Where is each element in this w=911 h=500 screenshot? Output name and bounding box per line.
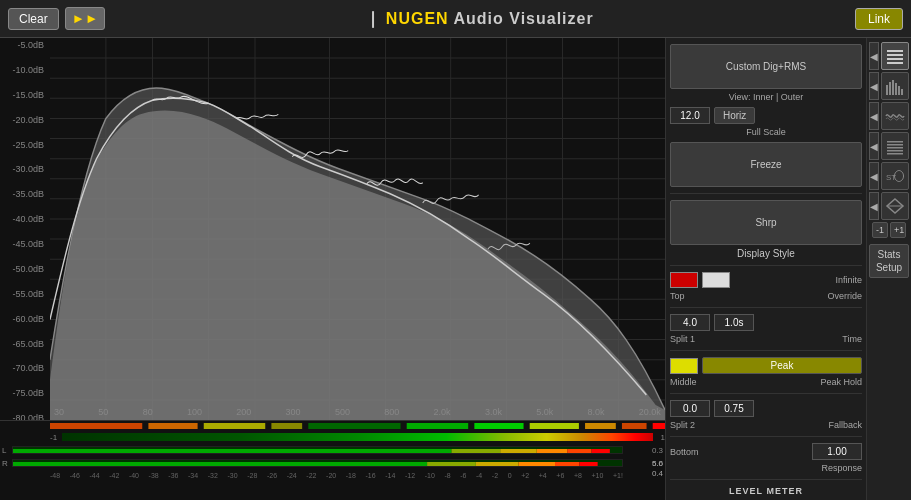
top-label: Top bbox=[670, 291, 685, 301]
scale-16: -16 bbox=[366, 472, 376, 479]
arrow-left-2[interactable]: ◀ bbox=[869, 72, 879, 100]
bottom-label: Bottom bbox=[670, 447, 699, 457]
top-white-swatch[interactable] bbox=[702, 272, 730, 288]
infinite-label: Infinite bbox=[734, 275, 862, 285]
divider1 bbox=[670, 193, 862, 194]
icon-row-7: -1 +1 bbox=[869, 222, 909, 238]
scale-0: 0 bbox=[508, 472, 512, 479]
top-override-labels: Top Override bbox=[670, 291, 862, 301]
icon-row-1: ◀ bbox=[869, 42, 909, 70]
link-button[interactable]: Link bbox=[855, 8, 903, 30]
split2-input[interactable] bbox=[670, 400, 710, 417]
plus1-button[interactable]: +1 bbox=[890, 222, 906, 238]
scale-36: -36 bbox=[168, 472, 178, 479]
svg-rect-45 bbox=[567, 449, 591, 454]
y-label-7: -40.0dB bbox=[2, 214, 48, 224]
icon-row-3: ◀ bbox=[869, 102, 909, 130]
response-input[interactable] bbox=[812, 443, 862, 460]
svg-rect-51 bbox=[518, 462, 555, 467]
x-label-12: 20.0k bbox=[639, 407, 661, 417]
svg-rect-29 bbox=[50, 423, 142, 429]
scale-40: -40 bbox=[129, 472, 139, 479]
scale-10: -10 bbox=[425, 472, 435, 479]
y-label-0: -5.0dB bbox=[2, 40, 48, 50]
peak-hold-label: Peak Hold bbox=[820, 377, 862, 387]
scale-48: -48 bbox=[50, 472, 60, 479]
r-label: R bbox=[2, 459, 10, 468]
svg-rect-35 bbox=[474, 423, 523, 429]
svg-rect-65 bbox=[887, 144, 903, 146]
split1-row bbox=[670, 314, 862, 331]
l-label: L bbox=[2, 446, 10, 455]
y-label-14: -75.0dB bbox=[2, 388, 48, 398]
time-input[interactable] bbox=[714, 314, 754, 331]
x-label-8: 2.0k bbox=[434, 407, 451, 417]
st-icon-btn[interactable]: ST bbox=[881, 162, 909, 190]
split2-row bbox=[670, 400, 862, 417]
forward-button[interactable]: ►► bbox=[65, 7, 105, 30]
svg-rect-67 bbox=[887, 150, 903, 152]
svg-rect-42 bbox=[451, 449, 500, 454]
divider5 bbox=[670, 393, 862, 394]
split2-fallback-labels: Split 2 Fallback bbox=[670, 420, 862, 430]
response-label: Response bbox=[670, 463, 862, 473]
scale-12: -12 bbox=[405, 472, 415, 479]
x-label-2: 80 bbox=[143, 407, 153, 417]
arrow-left-3[interactable]: ◀ bbox=[869, 102, 879, 130]
lines2-icon-btn[interactable] bbox=[881, 132, 909, 160]
x-axis-labels: 30 50 80 100 200 300 500 800 2.0k 3.0k 5… bbox=[50, 404, 665, 420]
spectrum-bars-icon-btn[interactable] bbox=[881, 72, 909, 100]
minus1-marker: -1 bbox=[50, 433, 57, 442]
spectrum-display bbox=[50, 38, 665, 420]
freeze-button[interactable]: Freeze bbox=[670, 142, 862, 187]
horiz-button[interactable]: Horiz bbox=[714, 107, 755, 124]
svg-rect-62 bbox=[898, 86, 900, 95]
split1-input[interactable] bbox=[670, 314, 710, 331]
spectrum-bars-icon bbox=[885, 77, 905, 95]
spectrum-svg bbox=[50, 38, 665, 420]
icon-row-5: ◀ ST bbox=[869, 162, 909, 190]
x-label-10: 5.0k bbox=[536, 407, 553, 417]
diamond-icon-btn[interactable] bbox=[881, 192, 909, 220]
fallback-input[interactable] bbox=[714, 400, 754, 417]
top-color-swatch[interactable] bbox=[670, 272, 698, 288]
fallback-label: Fallback bbox=[828, 420, 862, 430]
override-label: Override bbox=[827, 291, 862, 301]
clear-button[interactable]: Clear bbox=[8, 8, 59, 30]
display-mode-button[interactable]: Custom Dig+RMS bbox=[670, 44, 862, 89]
icons-panel: ◀ ◀ bbox=[866, 38, 911, 500]
scale-2: -2 bbox=[492, 472, 498, 479]
wave-icon-btn[interactable] bbox=[881, 102, 909, 130]
svg-rect-46 bbox=[592, 449, 610, 454]
arrow-left-5[interactable]: ◀ bbox=[869, 162, 879, 190]
y-label-8: -45.0dB bbox=[2, 239, 48, 249]
y-label-13: -70.0dB bbox=[2, 363, 48, 373]
shrp-button[interactable]: Shrp bbox=[670, 200, 862, 245]
x-label-9: 3.0k bbox=[485, 407, 502, 417]
scale-p1e: +1! bbox=[613, 472, 623, 479]
peak-button[interactable]: Peak bbox=[702, 357, 862, 374]
full-scale-input[interactable] bbox=[670, 107, 710, 124]
middle-color-swatch[interactable] bbox=[670, 358, 698, 374]
middle-peakhold-labels: Middle Peak Hold bbox=[670, 377, 862, 387]
lines-icon-btn[interactable] bbox=[881, 42, 909, 70]
top-bar: Clear ►► ❘ NUGEN Audio Visualizer Link bbox=[0, 0, 911, 38]
arrow-left-4[interactable]: ◀ bbox=[869, 132, 879, 160]
svg-rect-63 bbox=[901, 89, 903, 95]
main-area: -5.0dB -10.0dB -15.0dB -20.0dB -25.0dB -… bbox=[0, 38, 911, 500]
x-label-3: 100 bbox=[187, 407, 202, 417]
scale-p2: +2 bbox=[521, 472, 529, 479]
middle-label: Middle bbox=[670, 377, 697, 387]
x-label-6: 500 bbox=[335, 407, 350, 417]
scale-18: -18 bbox=[346, 472, 356, 479]
icon-row-4: ◀ bbox=[869, 132, 909, 160]
svg-rect-33 bbox=[308, 423, 400, 429]
stats-row: StatsSetup bbox=[869, 244, 909, 278]
minus1-button[interactable]: -1 bbox=[872, 222, 888, 238]
split2-label: Split 2 bbox=[670, 420, 695, 430]
arrow-left-1[interactable]: ◀ bbox=[869, 42, 879, 70]
svg-rect-55 bbox=[887, 54, 903, 56]
stats-setup-button[interactable]: StatsSetup bbox=[869, 244, 909, 278]
scale-p4: +4 bbox=[539, 472, 547, 479]
arrow-left-6[interactable]: ◀ bbox=[869, 192, 879, 220]
